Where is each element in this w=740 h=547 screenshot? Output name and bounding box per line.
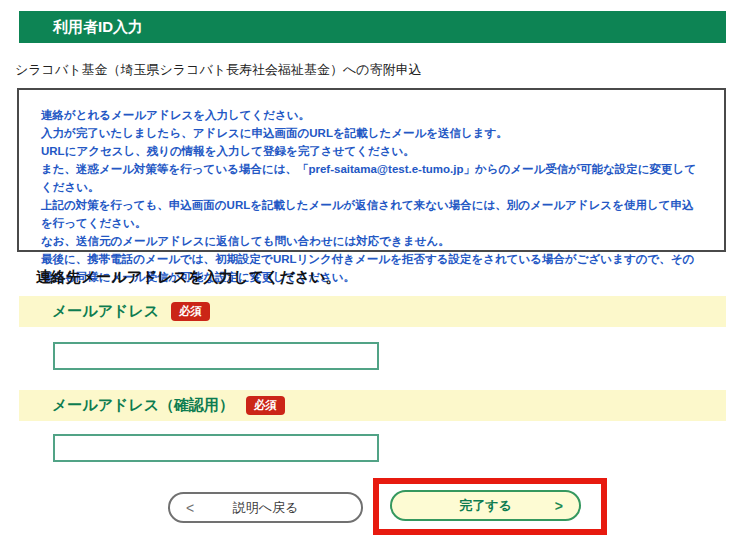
notice-line: なお、送信元のメールアドレスに返信しても問い合わせには対応できません。 bbox=[41, 232, 700, 250]
email-confirm-input[interactable] bbox=[53, 434, 379, 462]
procedure-subtitle: シラコバト基金（埼玉県シラコバト長寿社会福祉基金）への寄附申込 bbox=[15, 61, 422, 79]
email-confirm-label-band: メールアドレス（確認用） 必須 bbox=[19, 390, 726, 421]
back-button-label: 説明へ戻る bbox=[170, 499, 361, 517]
page-header-bar: 利用者ID入力 bbox=[19, 11, 726, 43]
notice-line: 連絡がとれるメールアドレスを入力してください。 bbox=[41, 106, 700, 124]
page-title: 利用者ID入力 bbox=[19, 11, 726, 43]
notice-line: URLにアクセスし、残りの情報を入力して登録を完了させてください。 bbox=[41, 142, 700, 160]
chevron-left-icon: < bbox=[186, 500, 194, 516]
notice-line: また、迷惑メール対策等を行っている場合には、「pref-saitama@test… bbox=[41, 160, 700, 196]
email-input[interactable] bbox=[53, 342, 379, 370]
required-badge: 必須 bbox=[246, 396, 285, 415]
email-confirm-field-label: メールアドレス（確認用） bbox=[52, 396, 234, 415]
page: 利用者ID入力 シラコバト基金（埼玉県シラコバト長寿社会福祉基金）への寄附申込 … bbox=[0, 0, 740, 547]
chevron-right-icon: > bbox=[555, 498, 563, 514]
email-label-band: メールアドレス 必須 bbox=[19, 296, 726, 327]
required-badge: 必須 bbox=[171, 302, 210, 321]
complete-button-label: 完了する bbox=[392, 497, 579, 515]
complete-button[interactable]: 完了する > bbox=[390, 490, 581, 521]
form-heading: 連絡先メールアドレスを入力してください。 bbox=[36, 268, 341, 287]
notice-box: 連絡がとれるメールアドレスを入力してください。 入力が完了いたしましたら、アドレ… bbox=[17, 88, 726, 252]
notice-line: 上記の対策を行っても、申込画面のURLを記載したメールが返信されて来ない場合には… bbox=[41, 196, 700, 232]
email-field-label: メールアドレス bbox=[52, 302, 159, 321]
notice-line: 入力が完了いたしましたら、アドレスに申込画面のURLを記載したメールを送信します… bbox=[41, 124, 700, 142]
back-to-description-button[interactable]: < 説明へ戻る bbox=[168, 492, 363, 523]
